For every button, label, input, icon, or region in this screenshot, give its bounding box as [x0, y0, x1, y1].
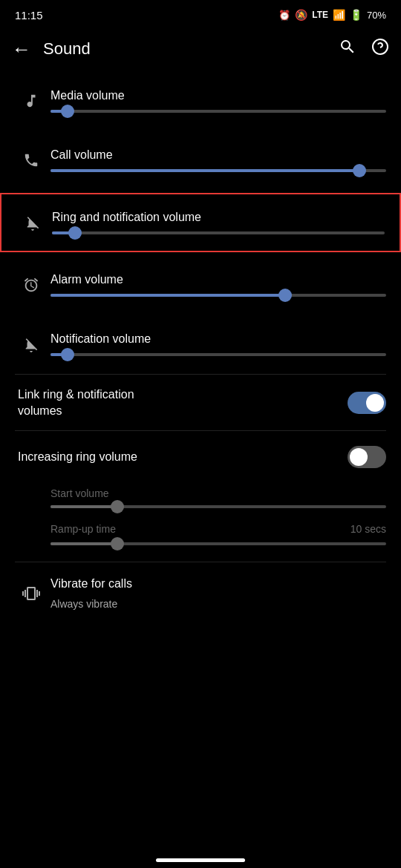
call-volume-item[interactable]: Call volume	[0, 131, 401, 190]
vibrate-for-calls-item[interactable]: Vibrate for calls Always vibrate	[0, 562, 401, 625]
call-volume-thumb[interactable]	[353, 164, 366, 177]
increasing-ring-volume-knob	[350, 448, 368, 466]
media-volume-content: Media volume	[48, 89, 386, 113]
link-ring-notification-knob	[366, 394, 384, 412]
start-volume-thumb[interactable]	[111, 500, 124, 513]
vibrate-for-calls-subtitle: Always vibrate	[50, 598, 386, 610]
status-icons: ⏰ 🔕 LTE 📶 🔋 70%	[278, 9, 386, 21]
link-ring-notification-content: Link ring & notificationvolumes	[15, 387, 386, 418]
help-icon[interactable]	[371, 38, 389, 60]
ring-notification-slider[interactable]	[52, 231, 385, 234]
ramp-up-time-value: 10 secs	[351, 523, 386, 535]
app-bar: ← Sound	[0, 27, 401, 71]
call-volume-label: Call volume	[50, 148, 386, 162]
start-volume-slider[interactable]	[50, 505, 386, 508]
alarm-volume-label: Alarm volume	[50, 273, 386, 286]
notification-volume-slider[interactable]	[50, 353, 386, 356]
media-volume-thumb[interactable]	[61, 105, 74, 118]
increasing-ring-volume-content: Increasing ring volume	[15, 446, 386, 468]
call-volume-icon	[15, 152, 48, 168]
app-bar-actions	[339, 38, 389, 60]
bottom-bar	[0, 846, 401, 868]
home-indicator	[156, 858, 245, 862]
status-time: 11:15	[15, 9, 43, 22]
link-ring-notification-item[interactable]: Link ring & notificationvolumes	[0, 375, 401, 430]
ring-notification-icon	[16, 214, 49, 231]
increasing-ring-volume-label: Increasing ring volume	[18, 450, 137, 464]
media-volume-slider[interactable]	[50, 110, 386, 113]
ramp-up-slider[interactable]	[50, 542, 386, 545]
notification-volume-icon	[15, 336, 48, 352]
start-volume-sub: Start volume Ramp-up time 10 secs	[0, 483, 401, 550]
alarm-volume-thumb[interactable]	[278, 289, 292, 302]
link-ring-notification-row: Link ring & notificationvolumes	[18, 387, 386, 418]
alarm-volume-content: Alarm volume	[48, 273, 386, 297]
link-ring-notification-toggle[interactable]	[348, 392, 386, 414]
ramp-up-fill	[50, 542, 117, 545]
signal-icon: 📶	[333, 9, 345, 21]
vibrate-for-calls-content: Vibrate for calls Always vibrate	[48, 577, 386, 610]
ring-notification-thumb[interactable]	[68, 226, 82, 240]
notification-volume-item[interactable]: Notification volume	[0, 315, 401, 374]
back-button[interactable]: ←	[12, 38, 31, 61]
ramp-up-time-label: Ramp-up time	[50, 523, 116, 535]
ring-notification-content: Ring and notification volume	[49, 211, 385, 234]
alarm-status-icon: ⏰	[278, 10, 290, 21]
notification-volume-label: Notification volume	[50, 332, 386, 346]
ring-notification-volume-item[interactable]: Ring and notification volume	[0, 193, 401, 252]
lte-icon: LTE	[312, 10, 328, 20]
search-icon[interactable]	[339, 38, 356, 60]
increasing-ring-volume-row: Increasing ring volume	[18, 446, 386, 468]
notification-volume-content: Notification volume	[48, 332, 386, 356]
start-volume-fill	[50, 505, 117, 508]
ramp-up-thumb[interactable]	[111, 537, 124, 550]
vibrate-icon	[15, 585, 48, 602]
alarm-volume-fill	[50, 294, 285, 297]
start-volume-label: Start volume	[50, 487, 386, 499]
media-volume-icon	[15, 93, 48, 109]
increasing-ring-volume-item[interactable]: Increasing ring volume	[0, 431, 401, 483]
notification-volume-thumb[interactable]	[61, 348, 74, 361]
media-volume-label: Media volume	[50, 89, 386, 102]
battery-level: 70%	[367, 10, 386, 21]
increasing-ring-volume-toggle[interactable]	[348, 446, 386, 468]
call-volume-fill	[50, 169, 359, 172]
alarm-volume-icon	[15, 277, 48, 293]
link-ring-notification-label: Link ring & notificationvolumes	[18, 387, 134, 418]
call-volume-slider[interactable]	[50, 169, 386, 172]
status-bar: 11:15 ⏰ 🔕 LTE 📶 🔋 70%	[0, 0, 401, 27]
ramp-up-row: Ramp-up time 10 secs	[50, 523, 386, 535]
ring-notification-label: Ring and notification volume	[52, 211, 385, 224]
media-volume-item[interactable]: Media volume	[0, 71, 401, 131]
page-title: Sound	[43, 39, 339, 59]
alarm-volume-slider[interactable]	[50, 294, 386, 297]
battery-icon: 🔋	[350, 9, 362, 21]
vibrate-for-calls-title: Vibrate for calls	[50, 577, 386, 591]
call-volume-content: Call volume	[48, 148, 386, 172]
mute-status-icon: 🔕	[295, 9, 307, 21]
settings-list: Media volume Call volume	[0, 71, 401, 625]
alarm-volume-item[interactable]: Alarm volume	[0, 255, 401, 315]
